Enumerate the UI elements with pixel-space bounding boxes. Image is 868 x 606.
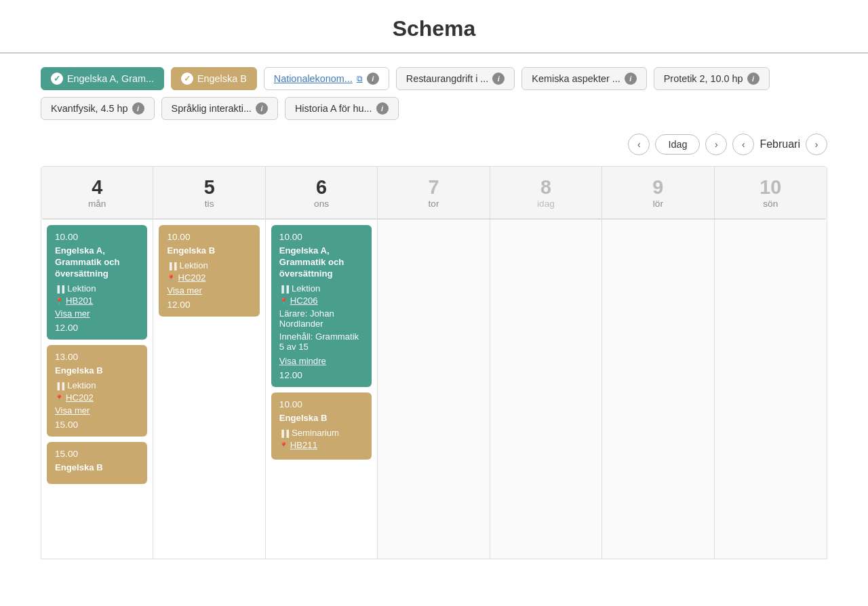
- event-mon-2[interactable]: 13.00 Engelska B Lektion HC202 Visa mer …: [47, 345, 147, 437]
- show-more-link-mon-2[interactable]: Visa mer: [55, 405, 139, 416]
- pin-icon: [55, 392, 63, 403]
- course-tag-1[interactable]: ✓ Engelska A, Gram...: [41, 67, 164, 90]
- location-link[interactable]: HB211: [290, 440, 317, 450]
- day-col-thu: [378, 220, 490, 559]
- next-month-button[interactable]: ›: [806, 134, 827, 155]
- event-mon-1[interactable]: 10.00 Engelska A, Grammatik och översätt…: [47, 225, 147, 340]
- event-time-start: 10.00: [167, 232, 251, 242]
- bar-chart-icon: [279, 283, 289, 294]
- show-more-link-tue-1[interactable]: Visa mer: [167, 285, 251, 296]
- event-type: Lektion: [55, 283, 139, 294]
- course-label-7: Kvantfysik, 4.5 hp: [51, 103, 128, 114]
- course-tag-5[interactable]: Kemiska aspekter ... i: [521, 67, 646, 90]
- event-title: Engelska B: [279, 412, 363, 424]
- day-name-sat: lör: [608, 199, 708, 209]
- info-icon-9[interactable]: i: [376, 102, 389, 115]
- page-title: Schema: [0, 0, 868, 54]
- course-label-8: Språklig interakti...: [172, 103, 252, 114]
- course-tag-6[interactable]: Protetik 2, 10.0 hp i: [654, 67, 770, 90]
- location-link[interactable]: HC202: [66, 392, 94, 403]
- bar-chart-icon: [55, 283, 64, 294]
- course-label-3: Nationalekonom...: [274, 73, 353, 84]
- pin-icon: [167, 272, 175, 283]
- course-tag-2[interactable]: ✓ Engelska B: [171, 67, 257, 90]
- event-tue-1[interactable]: 10.00 Engelska B Lektion HC202 Visa mer …: [159, 225, 259, 317]
- course-tag-3[interactable]: Nationalekonom... ⧉ i: [264, 67, 389, 90]
- info-icon-5[interactable]: i: [625, 73, 637, 85]
- event-time-start: 10.00: [55, 232, 139, 242]
- event-time-end: 12.00: [55, 323, 139, 333]
- info-icon-4[interactable]: i: [492, 73, 505, 85]
- day-number-thu: 7: [383, 176, 484, 199]
- location-link[interactable]: HC202: [178, 272, 205, 283]
- course-label-9: Historia A för hu...: [295, 103, 372, 114]
- course-label-5: Kemiska aspekter ...: [532, 73, 620, 84]
- day-number-sat: 9: [608, 176, 708, 199]
- info-icon-3[interactable]: i: [367, 73, 379, 85]
- day-number-wed: 6: [271, 176, 372, 199]
- pin-icon: [279, 296, 288, 306]
- day-name-wed: ons: [271, 199, 372, 209]
- event-wed-1[interactable]: 10.00 Engelska A, Grammatik och översätt…: [271, 225, 372, 387]
- day-number-fri: 8: [496, 176, 596, 199]
- today-button[interactable]: Idag: [655, 134, 700, 155]
- event-time-start: 10.00: [279, 399, 363, 409]
- course-tag-4[interactable]: Restaurangdrift i ... i: [396, 67, 515, 90]
- show-less-link-wed-1[interactable]: Visa mindre: [279, 356, 363, 366]
- day-col-mon: 10.00 Engelska A, Grammatik och översätt…: [41, 220, 153, 559]
- day-header-thu: 7 tor: [378, 167, 490, 219]
- day-name-tue: tis: [159, 199, 259, 209]
- day-col-tue: 10.00 Engelska B Lektion HC202 Visa mer …: [153, 220, 265, 559]
- event-content: Innehåll: Grammatik 5 av 15: [279, 331, 363, 352]
- event-time-end: 12.00: [167, 300, 251, 310]
- event-time-start: 10.00: [279, 232, 363, 242]
- day-number-tue: 5: [159, 176, 259, 199]
- event-teacher: Lärare: Johan Nordlander: [279, 308, 363, 329]
- day-header-wed: 6 ons: [266, 167, 378, 219]
- next-week-button[interactable]: ›: [705, 134, 727, 155]
- event-mon-3[interactable]: 15.00 Engelska B: [47, 442, 147, 484]
- day-header-sun: 10 sön: [715, 167, 827, 219]
- course-tag-7[interactable]: Kvantfysik, 4.5 hp i: [41, 97, 155, 120]
- location-link[interactable]: HC206: [290, 296, 318, 306]
- course-label-2: Engelska B: [197, 73, 247, 84]
- day-header-mon: 4 mån: [41, 167, 153, 219]
- event-time-start: 13.00: [55, 352, 139, 362]
- info-icon-7[interactable]: i: [132, 102, 144, 115]
- event-type: Lektion: [279, 283, 363, 294]
- event-wed-2[interactable]: 10.00 Engelska B Seminarium HB211: [271, 392, 372, 460]
- bar-chart-icon: [279, 428, 289, 438]
- day-col-sun: [715, 220, 827, 559]
- day-col-fri: [490, 220, 602, 559]
- bar-chart-icon: [167, 260, 176, 270]
- prev-month-button[interactable]: ‹: [732, 134, 754, 155]
- location-link[interactable]: HB201: [66, 296, 93, 306]
- event-location: HC202: [55, 392, 139, 403]
- calendar-header: 4 mån 5 tis 6 ons 7 tor 8 idag 9 lör 10 …: [41, 166, 827, 220]
- course-label-6: Protetik 2, 10.0 hp: [664, 73, 743, 84]
- event-title: Engelska A, Grammatik och översättning: [55, 245, 139, 279]
- info-icon-6[interactable]: i: [747, 73, 760, 85]
- event-title: Engelska A, Grammatik och översättning: [279, 245, 363, 279]
- course-label-1: Engelska A, Gram...: [67, 73, 154, 84]
- prev-week-button[interactable]: ‹: [628, 134, 650, 155]
- event-time-end: 12.00: [279, 370, 363, 380]
- pin-icon: [55, 296, 63, 306]
- event-title: Engelska B: [167, 245, 251, 256]
- day-header-tue: 5 tis: [153, 167, 265, 219]
- day-number-mon: 4: [47, 176, 147, 199]
- day-col-sat: [602, 220, 714, 559]
- course-label-4: Restaurangdrift i ...: [406, 73, 489, 84]
- show-more-link-mon-1[interactable]: Visa mer: [55, 308, 139, 319]
- day-name-fri: idag: [496, 199, 596, 209]
- nav-controls: ‹ Idag › ‹ Februari ›: [41, 134, 827, 155]
- day-name-mon: mån: [47, 199, 147, 209]
- check-icon-2: ✓: [181, 73, 193, 85]
- info-icon-8[interactable]: i: [256, 102, 268, 115]
- course-filters: ✓ Engelska A, Gram... ✓ Engelska B Natio…: [41, 67, 827, 120]
- course-tag-9[interactable]: Historia A för hu... i: [285, 97, 399, 120]
- course-tag-8[interactable]: Språklig interakti... i: [161, 97, 278, 120]
- event-type: Seminarium: [279, 428, 363, 438]
- day-header-sat: 9 lör: [602, 167, 714, 219]
- event-location: HC202: [167, 272, 251, 283]
